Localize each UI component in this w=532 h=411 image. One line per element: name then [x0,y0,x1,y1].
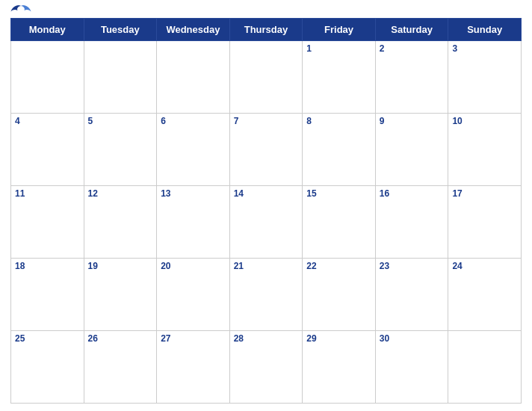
day-number: 29 [306,333,316,344]
day-number: 18 [15,261,25,271]
day-number: 2 [380,43,385,54]
day-number: 3 [452,43,457,54]
day-number: 16 [380,188,389,199]
calendar-day-cell [11,41,84,114]
day-number: 15 [306,188,316,199]
weekday-header-wednesday: Wednesday [157,19,230,41]
weekday-header-saturday: Saturday [375,19,448,41]
calendar-week-row: 123 [11,41,522,114]
calendar-table: MondayTuesdayWednesdayThursdayFridaySatu… [10,18,522,404]
calendar-day-cell: 17 [448,186,522,259]
calendar-day-cell: 29 [303,331,376,404]
day-number: 11 [15,188,25,199]
calendar-day-cell: 16 [375,186,448,259]
calendar-header [10,7,522,13]
calendar-day-cell: 9 [375,114,448,186]
calendar-day-cell: 1 [303,41,376,114]
day-number: 30 [380,333,389,344]
calendar-day-cell: 23 [375,259,448,331]
day-number: 26 [88,333,98,344]
calendar-day-cell: 11 [11,186,84,259]
calendar-day-cell: 8 [303,114,376,186]
calendar-day-cell: 6 [157,114,230,186]
logo-icon [10,4,31,17]
calendar-container: MondayTuesdayWednesdayThursdayFridaySatu… [0,0,532,411]
weekday-header-thursday: Thursday [229,19,303,41]
day-number: 21 [234,261,244,271]
weekday-header-friday: Friday [303,19,376,41]
day-number: 20 [161,261,170,271]
day-number: 1 [306,43,312,54]
calendar-day-cell [229,41,303,114]
weekday-header-row: MondayTuesdayWednesdayThursdayFridaySatu… [11,19,522,41]
day-number: 10 [452,116,462,126]
calendar-week-row: 11121314151617 [11,186,522,259]
calendar-day-cell: 20 [157,259,230,331]
calendar-day-cell: 5 [84,114,157,186]
calendar-day-cell: 19 [84,259,157,331]
calendar-week-row: 252627282930 [11,331,522,404]
calendar-day-cell: 30 [375,331,448,404]
day-number: 4 [15,116,20,126]
calendar-day-cell: 7 [229,114,303,186]
day-number: 22 [306,261,316,271]
day-number: 5 [88,116,93,126]
day-number: 9 [380,116,385,126]
day-number: 19 [88,261,98,271]
day-number: 28 [234,333,244,344]
calendar-day-cell: 2 [375,41,448,114]
calendar-day-cell: 24 [448,259,522,331]
day-number: 12 [88,188,98,199]
calendar-day-cell: 15 [303,186,376,259]
day-number: 8 [306,116,312,126]
calendar-day-cell: 12 [84,186,157,259]
calendar-day-cell: 25 [11,331,84,404]
day-number: 25 [15,333,25,344]
calendar-day-cell: 26 [84,331,157,404]
calendar-day-cell: 10 [448,114,522,186]
weekday-header-tuesday: Tuesday [84,19,157,41]
weekday-header-sunday: Sunday [448,19,522,41]
weekday-header-monday: Monday [11,19,84,41]
calendar-day-cell: 18 [11,259,84,331]
day-number: 7 [234,116,239,126]
calendar-day-cell: 28 [229,331,303,404]
calendar-day-cell [448,331,522,404]
calendar-day-cell: 27 [157,331,230,404]
day-number: 17 [452,188,462,199]
calendar-week-row: 45678910 [11,114,522,186]
calendar-day-cell: 14 [229,186,303,259]
calendar-day-cell: 4 [11,114,84,186]
day-number: 13 [161,188,170,199]
calendar-day-cell [157,41,230,114]
day-number: 14 [234,188,244,199]
day-number: 27 [161,333,170,344]
day-number: 24 [452,261,462,271]
calendar-week-row: 18192021222324 [11,259,522,331]
calendar-day-cell: 13 [157,186,230,259]
calendar-day-cell: 3 [448,41,522,114]
day-number: 6 [161,116,166,126]
calendar-day-cell: 22 [303,259,376,331]
calendar-day-cell [84,41,157,114]
day-number: 23 [380,261,389,271]
calendar-day-cell: 21 [229,259,303,331]
logo [10,4,33,17]
